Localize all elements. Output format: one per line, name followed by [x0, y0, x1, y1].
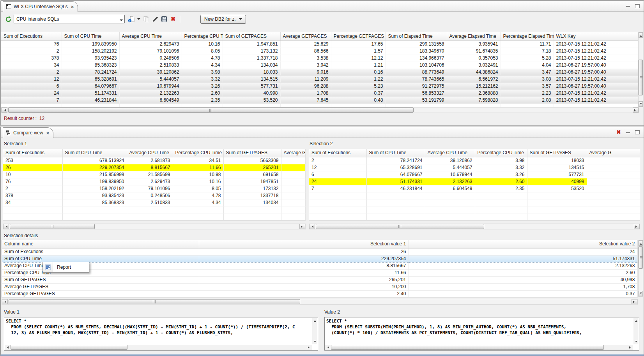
- table-row[interactable]: Average CPU Time8.8156672.132263: [2, 262, 637, 269]
- table-cell[interactable]: 378: [1, 55, 62, 62]
- table-cell[interactable]: 4.34: [173, 199, 223, 206]
- table-cell[interactable]: 86,566: [280, 48, 331, 55]
- table-cell[interactable]: 3.032491: [447, 62, 501, 69]
- table-cell[interactable]: 85.368323: [62, 199, 127, 206]
- value1-horizontal-scrollbar[interactable]: [5, 345, 312, 350]
- new-db2-connection-button[interactable]: New DB2 for z,: [200, 15, 246, 24]
- table-cell[interactable]: 5.444057: [119, 76, 182, 83]
- table-row[interactable]: Sum of Executions2624: [2, 248, 637, 255]
- table-cell[interactable]: 3.57: [501, 83, 554, 90]
- table-cell[interactable]: 378: [3, 192, 62, 199]
- column-header[interactable]: Sum of CPU Time: [366, 149, 425, 157]
- table-cell[interactable]: 134,034: [223, 62, 280, 69]
- table-cell[interactable]: 229.207354: [199, 255, 409, 262]
- table-cell[interactable]: 51.174331: [366, 178, 425, 185]
- column-header[interactable]: WLX Key: [554, 32, 639, 41]
- table-cell[interactable]: 0.37: [331, 90, 386, 97]
- scroll-up-arrow[interactable]: [312, 318, 317, 323]
- details-vertical-scrollbar[interactable]: [638, 240, 643, 297]
- table-cell[interactable]: 2.23: [501, 90, 554, 97]
- table-cell[interactable]: [587, 171, 640, 178]
- table-row[interactable]: 3485.3683232.5108334.34134034: [3, 199, 305, 206]
- value1-sql-text[interactable]: SELECT * FROM (SELECT COUNT(*) AS NUM_ST…: [6, 318, 311, 344]
- table-cell[interactable]: 2: [309, 157, 366, 164]
- table-cell[interactable]: 5.23: [331, 83, 386, 90]
- table-cell[interactable]: 40,998: [223, 90, 280, 97]
- table-cell[interactable]: 2013-07-15 12:21:02.42: [554, 55, 639, 62]
- table-cell[interactable]: 79.101096: [127, 185, 173, 192]
- table-cell[interactable]: 51.174331: [409, 255, 637, 262]
- value2-vertical-scrollbar[interactable]: [633, 318, 639, 344]
- column-header[interactable]: Sum of CPU Time: [62, 32, 119, 41]
- table-cell[interactable]: 1947851: [223, 178, 281, 185]
- table-cell[interactable]: 4.78: [173, 192, 223, 199]
- table-cell[interactable]: 46.231844: [366, 185, 425, 192]
- table-cell[interactable]: 173132: [223, 185, 281, 192]
- table-cell[interactable]: 78.743665: [386, 76, 447, 83]
- minimize-button[interactable]: [625, 129, 631, 135]
- table-cell[interactable]: 3.98: [475, 157, 527, 164]
- table-cell[interactable]: 40,998: [409, 276, 637, 283]
- table-cell[interactable]: 103.104706: [386, 62, 447, 69]
- column-header[interactable]: Percentage CPU Time: [475, 149, 527, 157]
- column-header[interactable]: Percentage CPU Time: [173, 149, 223, 157]
- column-header[interactable]: Sum of GETPAGES: [223, 32, 280, 41]
- table-row[interactable]: Percentage CPU Time11.662.60: [2, 269, 637, 276]
- table-cell[interactable]: 34: [1, 62, 62, 69]
- table-cell[interactable]: 10.16: [173, 178, 223, 185]
- table-cell[interactable]: 56.853327: [386, 90, 447, 97]
- table-cell[interactable]: 577,731: [223, 83, 280, 90]
- table-cell[interactable]: 183.349670: [386, 48, 447, 55]
- table-row[interactable]: 2451.1743312.1322632.6040,9981,7080.3756…: [1, 90, 639, 97]
- table-cell[interactable]: 215.856998: [62, 171, 127, 178]
- table-cell[interactable]: 2.629473: [119, 41, 182, 48]
- table-cell[interactable]: 24: [309, 178, 366, 185]
- value2-sql-text[interactable]: SELECT * FROM (SELECT SUBSTR(MIN(PRIM_AU…: [326, 318, 633, 344]
- table-row[interactable]: 664.07966710.6799443.26577,73196,2885.23…: [1, 83, 639, 90]
- table-cell[interactable]: 12: [309, 164, 366, 171]
- table-cell[interactable]: 8.815667: [199, 262, 409, 269]
- value2-horizontal-scrollbar[interactable]: [325, 345, 633, 350]
- value2-sql-box[interactable]: SELECT * FROM (SELECT SUBSTR(MIN(PRIM_AU…: [324, 317, 639, 351]
- table-cell[interactable]: [281, 164, 305, 171]
- table-cell[interactable]: 11.66: [173, 164, 223, 171]
- table-cell[interactable]: Average GETPAGES: [2, 283, 199, 290]
- column-header[interactable]: Sum of GETPAGES: [223, 149, 281, 157]
- table-cell[interactable]: 3,538: [280, 55, 331, 62]
- table-cell[interactable]: 3.47: [501, 69, 554, 76]
- scroll-right-arrow[interactable]: [634, 224, 640, 229]
- table-cell[interactable]: 6: [309, 171, 366, 178]
- table-cell[interactable]: 65.328691: [62, 76, 119, 83]
- table-cell[interactable]: 7,645: [280, 97, 331, 104]
- menu-item-report[interactable]: Report: [53, 262, 89, 272]
- table-cell[interactable]: 96,288: [280, 83, 331, 90]
- table-cell[interactable]: 3.26: [182, 83, 223, 90]
- scroll-left-arrow[interactable]: [309, 224, 315, 229]
- table-cell[interactable]: [281, 171, 305, 178]
- table-cell[interactable]: 265,201: [199, 276, 409, 283]
- table-cell[interactable]: 10.16: [182, 41, 223, 48]
- table-cell[interactable]: 91.674835: [447, 48, 501, 55]
- table-cell[interactable]: 8.05: [182, 48, 223, 55]
- table-cell[interactable]: 3.935941: [447, 41, 501, 48]
- new-query-button[interactable]: [128, 15, 135, 23]
- table-cell[interactable]: 691658: [223, 171, 281, 178]
- scrollbar-thumb[interactable]: [10, 224, 95, 229]
- table-cell[interactable]: 134,515: [223, 76, 280, 83]
- scroll-right-arrow[interactable]: [632, 299, 637, 304]
- table-cell[interactable]: 40998: [527, 178, 587, 185]
- column-header[interactable]: Sum of CPU Time: [62, 149, 127, 157]
- table-cell[interactable]: 79.101096: [119, 48, 182, 55]
- table-cell[interactable]: 1,337,718: [223, 55, 280, 62]
- table-cell[interactable]: [587, 164, 640, 171]
- table-cell[interactable]: 2013-06-27 19:57:00.40: [554, 69, 639, 76]
- table-cell[interactable]: 6: [1, 83, 62, 90]
- table-cell[interactable]: 76: [1, 41, 62, 48]
- scrollbar-thumb[interactable]: [11, 345, 127, 350]
- table-cell[interactable]: 199.839950: [62, 178, 127, 185]
- table-cell[interactable]: 11.66: [199, 269, 409, 276]
- scroll-right-arrow[interactable]: [628, 345, 633, 350]
- table-row[interactable]: 278.24172439.1208623.9818,0339,0160.1688…: [1, 69, 639, 76]
- table-cell[interactable]: 0.48: [331, 97, 386, 104]
- column-header[interactable]: Average GETPAGES: [280, 32, 331, 41]
